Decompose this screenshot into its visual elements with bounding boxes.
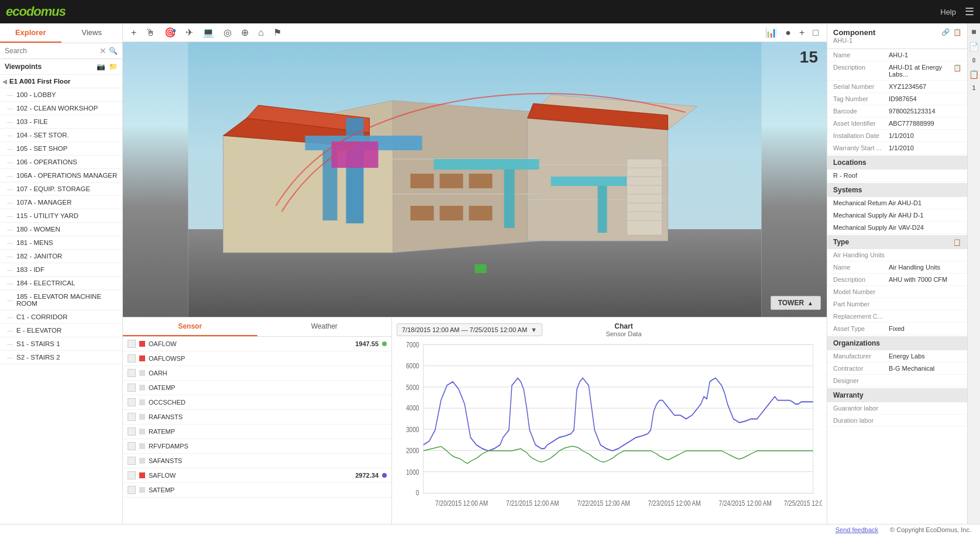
sensor-row[interactable]: OCCSCHED — [123, 395, 391, 410]
hamburger-menu[interactable]: ☰ — [965, 5, 974, 18]
topbar: ecodomus Help ☰ — [0, 0, 980, 23]
prop-value: AHU with 7000 CFM — [889, 276, 961, 283]
prop-label: Guarantor labor — [833, 405, 889, 412]
nav-item[interactable]: —C1 - CORRIDOR — [0, 310, 122, 324]
nav-item[interactable]: —E - ELEVATOR — [0, 324, 122, 337]
screen-btn[interactable]: 💻 — [200, 26, 216, 39]
feedback-link[interactable]: Send feedback — [835, 526, 878, 533]
tab-explorer[interactable]: Explorer — [0, 23, 61, 43]
nav-item[interactable]: —182 - JANITOR — [0, 250, 122, 263]
sensor-color-indicator — [139, 414, 145, 420]
sensor-row[interactable]: SATEMP — [123, 483, 391, 498]
viewer-tower-label[interactable]: TOWER ▲ — [771, 296, 821, 310]
nav-item[interactable]: —181 - MENS — [0, 236, 122, 250]
side-icon-5[interactable]: 1 — [972, 85, 976, 91]
link-icon[interactable]: 🔗 — [941, 28, 950, 36]
nav-item[interactable]: —115 - UTILITY YARD — [0, 209, 122, 223]
svg-rect-20 — [434, 159, 539, 170]
side-icon-1[interactable]: ■ — [971, 27, 976, 36]
sensor-checkbox[interactable] — [128, 457, 136, 465]
svg-text:7/21/2015 12:00 AM: 7/21/2015 12:00 AM — [506, 499, 559, 507]
tab-sensor[interactable]: Sensor — [123, 317, 257, 336]
help-link[interactable]: Help — [940, 8, 956, 16]
copy-icon[interactable]: 📋 — [953, 28, 961, 36]
nav-item[interactable]: —106A - OPERATIONS MANAGER — [0, 169, 122, 182]
nav-item[interactable]: —100 - LOBBY — [0, 88, 122, 102]
add-btn[interactable]: + — [129, 26, 139, 39]
tab-weather[interactable]: Weather — [257, 317, 392, 336]
sensor-row[interactable]: OAFLOW 1947.55 — [123, 337, 391, 351]
layers-btn[interactable]: ⊕ — [239, 26, 251, 39]
nav-item[interactable]: —102 - CLEAN WORKSHOP — [0, 102, 122, 115]
nav-item[interactable]: —185 - ELEVATOR MACHINE ROOM — [0, 290, 122, 310]
nav-item[interactable]: —103 - FILE — [0, 115, 122, 129]
sensor-row[interactable]: OARH — [123, 366, 391, 381]
plus-right-btn[interactable]: + — [797, 26, 807, 39]
mic-btn[interactable]: 🎯 — [162, 26, 178, 39]
section-header-locations: Locations — [827, 156, 967, 170]
viewer-3d[interactable]: 15 TOWER ▲ — [123, 42, 827, 317]
search-icon[interactable]: 🔍 — [109, 47, 118, 55]
chart-date-range[interactable]: 7/18/2015 12:00 AM — 7/25/2015 12:00 AM … — [397, 323, 542, 336]
dot-btn[interactable]: ● — [783, 26, 793, 39]
sensor-checkbox[interactable] — [128, 486, 136, 494]
sensor-checkbox[interactable] — [128, 413, 136, 421]
sensor-checkbox[interactable] — [128, 471, 136, 479]
nav-item[interactable]: —183 - IDF — [0, 263, 122, 277]
flag-btn[interactable]: ⚑ — [271, 26, 284, 39]
side-icon-2[interactable]: 📄 — [969, 42, 979, 51]
viewpoints-camera-icon[interactable]: 📷 — [97, 63, 105, 71]
nav-item-label: 115 - UTILITY YARD — [16, 212, 78, 219]
nav-item[interactable]: —104 - SET STOR. — [0, 129, 122, 142]
sensor-color-indicator — [139, 385, 145, 391]
sensor-row[interactable]: SAFANSTS — [123, 454, 391, 468]
plane-btn[interactable]: ✈ — [183, 26, 195, 39]
sensor-color-indicator — [139, 487, 145, 493]
sensor-row[interactable]: RAFANSTS — [123, 410, 391, 424]
copy-description-icon[interactable]: 📋 — [953, 64, 961, 72]
component-info: Component AHU-1 — [833, 28, 875, 44]
nav-item[interactable]: —180 - WOMEN — [0, 223, 122, 236]
sensor-checkbox[interactable] — [128, 384, 136, 392]
nav-item-parent[interactable]: ◀ E1 A001 First Floor — [0, 75, 122, 88]
minimize-btn[interactable]: □ — [810, 26, 821, 39]
sensor-checkbox[interactable] — [128, 427, 136, 436]
sensor-checkbox[interactable] — [128, 354, 136, 363]
side-icon-3[interactable]: 0 — [972, 57, 976, 64]
side-icons-panel: ■ 📄 0 📋 1 — [967, 23, 980, 524]
viewpoints-folder-icon[interactable]: 📁 — [109, 63, 118, 71]
chart-area[interactable]: 7000 6000 5000 4000 3000 2000 1000 0 — [397, 341, 822, 519]
sensor-row[interactable]: RATEMP — [123, 424, 391, 439]
type-copy-icon[interactable]: 📋 — [953, 239, 961, 246]
sensor-checkbox[interactable] — [128, 369, 136, 377]
svg-text:0: 0 — [416, 489, 419, 496]
search-input[interactable] — [5, 47, 97, 55]
svg-text:4000: 4000 — [406, 404, 419, 412]
cursor-btn[interactable]: 🖱 — [143, 26, 157, 39]
chart-dropdown-icon[interactable]: ▼ — [531, 326, 537, 333]
sensor-name: OATEMP — [149, 384, 387, 391]
sensor-list: OAFLOW 1947.55 OAFLOWSP OARH — [123, 337, 391, 524]
nav-item[interactable]: —105 - SET SHOP — [0, 142, 122, 156]
nav-item-label: 104 - SET STOR. — [16, 132, 69, 139]
sensor-row[interactable]: SAFLOW 2972.34 — [123, 468, 391, 483]
nav-item[interactable]: —S1 - STAIRS 1 — [0, 337, 122, 351]
nav-item[interactable]: —106 - OPERATIONS — [0, 156, 122, 169]
sensor-checkbox[interactable] — [128, 442, 136, 450]
sensor-row[interactable]: OAFLOWSP — [123, 351, 391, 366]
nav-item[interactable]: —S2 - STAIRS 2 — [0, 351, 122, 364]
chart-btn[interactable]: 📊 — [763, 26, 779, 39]
home-btn[interactable]: ⌂ — [256, 26, 266, 39]
nav-item[interactable]: —107A - MANAGER — [0, 196, 122, 209]
settings-btn[interactable]: ◎ — [221, 26, 234, 39]
sensor-checkbox[interactable] — [128, 340, 136, 348]
sensor-checkbox[interactable] — [128, 398, 136, 406]
tab-views[interactable]: Views — [61, 23, 123, 43]
search-clear-icon[interactable]: ✕ — [99, 46, 106, 56]
side-icon-4[interactable]: 📋 — [969, 70, 979, 79]
sensor-row[interactable]: OATEMP — [123, 381, 391, 395]
nav-item[interactable]: —184 - ELECTRICAL — [0, 277, 122, 290]
sensor-row[interactable]: RFVFDAMPS — [123, 439, 391, 454]
nav-item[interactable]: —107 - EQUIP. STORAGE — [0, 182, 122, 196]
prop-row: Description AHU with 7000 CFM — [827, 274, 967, 286]
